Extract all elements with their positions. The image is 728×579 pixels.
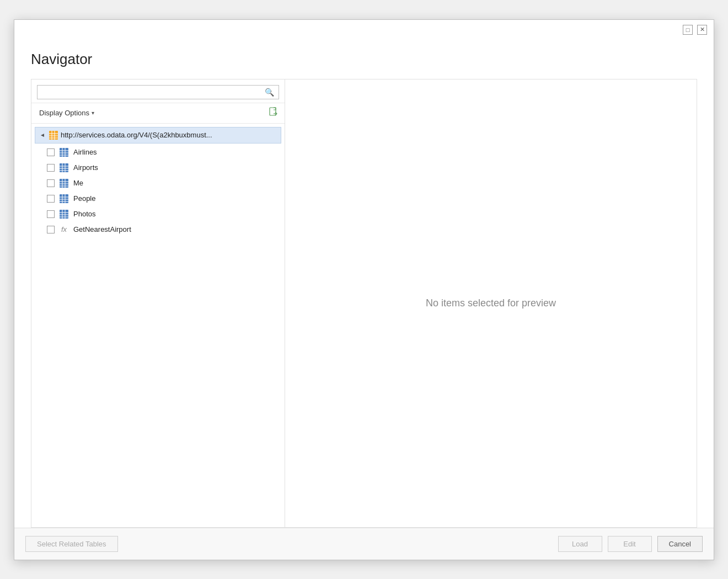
navigator-window: □ ✕ Navigator 🔍 Display Options ▾	[14, 19, 714, 560]
root-table-icon	[49, 130, 58, 140]
people-table-icon	[59, 194, 69, 204]
svg-rect-26	[60, 194, 68, 203]
airports-checkbox[interactable]	[47, 164, 55, 172]
right-panel: No items selected for preview	[285, 79, 697, 527]
display-options-button[interactable]: Display Options ▾	[37, 108, 97, 118]
svg-rect-2	[49, 131, 58, 140]
search-input-wrapper: 🔍	[37, 85, 279, 99]
display-options-bar: Display Options ▾	[31, 103, 285, 124]
me-label: Me	[73, 179, 83, 187]
chevron-down-icon: ▾	[92, 110, 94, 116]
list-item[interactable]: Me	[31, 176, 285, 191]
airports-table-icon	[59, 163, 69, 173]
bottom-right: Load Edit Cancel	[558, 536, 703, 552]
svg-rect-8	[60, 148, 68, 157]
list-item[interactable]: People	[31, 191, 285, 206]
me-checkbox[interactable]	[47, 179, 55, 187]
airports-label: Airports	[73, 163, 98, 172]
no-preview-text: No items selected for preview	[426, 298, 556, 309]
title-bar: □ ✕	[14, 20, 714, 40]
expand-arrow-icon: ◄	[40, 132, 46, 138]
bottom-left: Select Related Tables	[25, 536, 118, 552]
svg-rect-20	[60, 179, 68, 188]
tree-root-item[interactable]: ◄ http://services.odata.org/V4	[35, 127, 281, 144]
main-area: 🔍 Display Options ▾	[31, 79, 697, 528]
list-item[interactable]: Photos	[31, 206, 285, 222]
window-content: Navigator 🔍 Display Options ▾	[14, 40, 714, 528]
maximize-button[interactable]: □	[683, 25, 693, 35]
me-table-icon	[59, 178, 69, 188]
people-checkbox[interactable]	[47, 195, 55, 203]
page-title: Navigator	[31, 51, 697, 68]
left-panel: 🔍 Display Options ▾	[31, 79, 285, 527]
airlines-checkbox[interactable]	[47, 148, 55, 156]
svg-rect-0	[270, 108, 276, 115]
svg-rect-14	[60, 163, 68, 172]
search-input[interactable]	[42, 88, 265, 96]
list-item[interactable]: Airports	[31, 160, 285, 176]
bottom-bar: Select Related Tables Load Edit Cancel	[14, 528, 714, 560]
people-label: People	[73, 194, 95, 203]
photos-checkbox[interactable]	[47, 210, 55, 218]
select-related-tables-button[interactable]: Select Related Tables	[25, 536, 118, 552]
search-bar: 🔍	[31, 79, 285, 103]
getnearestairport-checkbox[interactable]	[47, 226, 55, 233]
photos-table-icon	[59, 209, 69, 219]
root-item-label: http://services.odata.org/V4/(S(a2khbuxb…	[61, 131, 212, 139]
function-icon: fx	[59, 225, 69, 235]
load-button[interactable]: Load	[558, 536, 602, 552]
airlines-label: Airlines	[73, 148, 97, 156]
display-options-label: Display Options	[39, 109, 89, 117]
photos-label: Photos	[73, 210, 95, 218]
getnearestairport-label: GetNearestAirport	[73, 225, 131, 233]
svg-rect-32	[60, 210, 68, 219]
list-item[interactable]: fx GetNearestAirport	[31, 222, 285, 237]
airlines-table-icon	[59, 147, 69, 157]
list-item[interactable]: Airlines	[31, 145, 285, 160]
tree-area: ◄ http://services.odata.org/V4	[31, 124, 285, 527]
close-button[interactable]: ✕	[697, 25, 707, 35]
cancel-button[interactable]: Cancel	[657, 536, 703, 552]
edit-button[interactable]: Edit	[608, 536, 652, 552]
file-export-icon[interactable]	[268, 107, 279, 120]
search-icon[interactable]: 🔍	[265, 88, 274, 97]
title-bar-controls: □ ✕	[683, 25, 707, 35]
